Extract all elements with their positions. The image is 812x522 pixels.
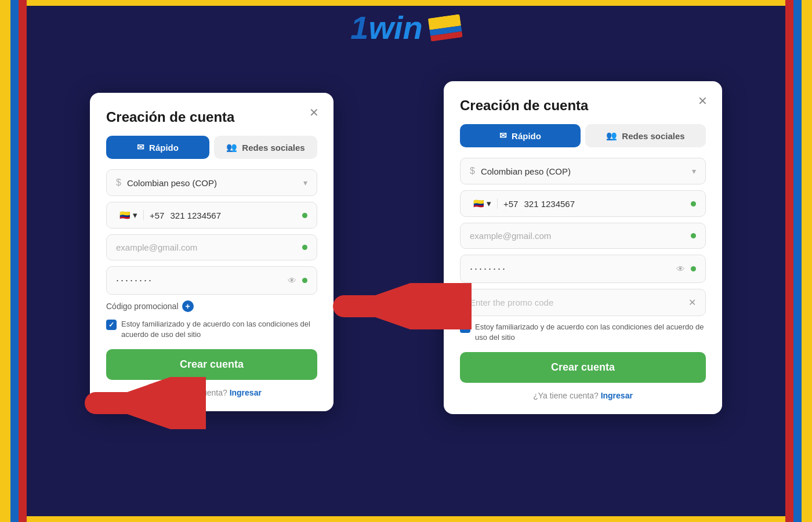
right-phone-field[interactable]: 🇨🇴 ▾ +57 (460, 190, 706, 217)
promo-plus-icon[interactable]: + (182, 300, 194, 312)
right-red-arrow (332, 283, 472, 329)
right-password-row: ········ 👁 (460, 255, 706, 283)
right-stripe-blue (793, 0, 802, 522)
colombia-flag-icon: 🇨🇴 (119, 210, 130, 220)
right-stripe-red (785, 0, 793, 522)
left-terms-checkbox[interactable] (106, 320, 117, 330)
left-login-link-row: ¿Ya tiene cuenta? Ingresar (106, 388, 317, 397)
content-area: Creación de cuenta ✕ ✉ Rápido 👥 Redes so… (35, 64, 777, 510)
left-terms-row: Estoy familiarizado y de acuerdo con las… (106, 319, 317, 340)
right-chevron-down-icon: ▾ (692, 166, 696, 176)
social-icon: 👥 (226, 142, 237, 153)
left-create-account-button[interactable]: Crear cuenta (106, 349, 317, 380)
left-password-row: ········ 👁 (106, 266, 317, 295)
left-email-field[interactable] (106, 234, 317, 260)
right-arrow-container (332, 283, 472, 332)
left-email-row (106, 234, 317, 260)
right-envelope-icon: ✉ (499, 130, 507, 141)
left-email-valid-dot (302, 245, 307, 250)
right-close-button[interactable]: ✕ (694, 93, 710, 109)
right-promo-row: ✕ (460, 289, 706, 316)
right-phone-valid-dot (691, 201, 696, 206)
right-colombia-flag-icon: 🇨🇴 (473, 198, 484, 209)
left-phone-valid-dot (302, 213, 307, 218)
right-tab-redes[interactable]: 👥 Redes sociales (585, 124, 706, 147)
left-close-button[interactable]: ✕ (306, 104, 322, 121)
left-stripe-blue (10, 0, 19, 522)
right-terms-checkbox[interactable] (460, 322, 470, 333)
right-create-account-button[interactable]: Crear cuenta (460, 352, 706, 383)
left-tab-rapido[interactable]: ✉ Rápido (106, 136, 209, 159)
right-tab-rapido[interactable]: ✉ Rápido (460, 124, 581, 147)
left-currency-field[interactable]: $ Colombian peso (COP) ▾ (106, 169, 317, 196)
left-password-field[interactable]: ········ 👁 (106, 266, 317, 295)
right-promo-field[interactable]: ✕ (460, 289, 706, 316)
left-tabs: ✉ Rápido 👥 Redes sociales (106, 136, 317, 159)
right-email-field[interactable] (460, 223, 706, 249)
left-stripe-red (19, 0, 27, 522)
right-currency-row: $ Colombian peso (COP) ▾ (460, 158, 706, 184)
right-tabs: ✉ Rápido 👥 Redes sociales (460, 124, 706, 147)
right-password-field[interactable]: ········ 👁 (460, 255, 706, 283)
right-currency-field[interactable]: $ Colombian peso (COP) ▾ (460, 158, 706, 184)
right-email-row (460, 223, 706, 249)
left-currency-row: $ Colombian peso (COP) ▾ (106, 169, 317, 196)
right-pw-valid-dot (691, 266, 696, 271)
chevron-down-icon: ▾ (303, 178, 307, 187)
right-dollar-icon: $ (470, 166, 475, 176)
left-email-input[interactable] (116, 242, 296, 252)
left-login-link[interactable]: Ingresar (230, 388, 262, 397)
left-pw-valid-dot (302, 278, 307, 283)
left-phone-row: 🇨🇴 ▾ +57 (106, 202, 317, 229)
right-login-link[interactable]: Ingresar (601, 391, 633, 400)
envelope-icon: ✉ (137, 142, 144, 153)
right-terms-row: Estoy familiarizado y de acuerdo con las… (460, 322, 706, 343)
left-terms-text: Estoy familiarizado y de acuerdo con las… (121, 319, 317, 340)
right-social-icon: 👥 (606, 130, 617, 141)
logo-flag (428, 14, 463, 41)
logo-text: 1 win (350, 12, 422, 44)
right-eye-icon[interactable]: 👁 (676, 264, 685, 274)
left-tab-redes[interactable]: 👥 Redes sociales (214, 136, 317, 159)
right-terms-text: Estoy familiarizado y de acuerdo con las… (475, 322, 706, 343)
right-login-link-row: ¿Ya tiene cuenta? Ingresar (460, 391, 706, 400)
right-modal-card: Creación de cuenta ✕ ✉ Rápido 👥 Redes so… (444, 81, 722, 414)
left-arrow-container (78, 377, 206, 432)
right-chevron-country: ▾ (487, 198, 491, 209)
left-phone-field[interactable]: 🇨🇴 ▾ +57 (106, 202, 317, 229)
right-promo-clear-button[interactable]: ✕ (688, 297, 696, 308)
left-promo-label[interactable]: Código promocional + (106, 300, 317, 312)
right-email-valid-dot (691, 233, 696, 238)
bottom-band (0, 516, 812, 522)
right-email-input[interactable] (470, 231, 685, 241)
right-country-selector[interactable]: 🇨🇴 ▾ (470, 198, 498, 209)
left-chevron-country: ▾ (133, 210, 137, 220)
right-stripe-yellow (802, 0, 812, 522)
dollar-icon: $ (116, 177, 121, 188)
top-band (0, 0, 812, 6)
right-promo-input[interactable] (470, 298, 683, 307)
left-card-title: Creación de cuenta (106, 109, 317, 125)
left-country-selector[interactable]: 🇨🇴 ▾ (116, 210, 144, 220)
right-phone-row: 🇨🇴 ▾ +57 (460, 190, 706, 217)
left-stripe-yellow (0, 0, 10, 522)
right-card-title: Creación de cuenta (460, 97, 706, 114)
logo: 1 win (350, 12, 461, 44)
left-promo-section: Código promocional + (106, 300, 317, 312)
left-modal-card: Creación de cuenta ✕ ✉ Rápido 👥 Redes so… (90, 93, 334, 411)
eye-icon[interactable]: 👁 (288, 276, 296, 285)
right-phone-input[interactable] (524, 199, 685, 209)
left-red-arrow (78, 377, 206, 429)
left-phone-input[interactable] (170, 211, 296, 220)
